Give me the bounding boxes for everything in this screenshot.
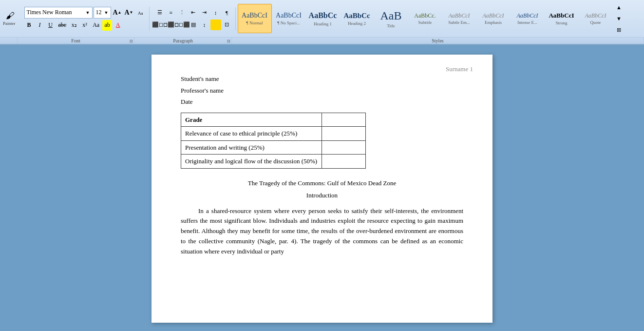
document-subtitle: Introduction: [181, 191, 463, 200]
highlight-btn[interactable]: ab: [102, 20, 112, 31]
section-painter: [0, 38, 18, 44]
grade-row-3-score: [322, 155, 366, 169]
style-item-quote[interactable]: AaBbCcIQuote: [579, 4, 613, 33]
grade-row-1-score: [322, 127, 366, 141]
font-family-selector[interactable]: Times New Roman ▼: [24, 7, 93, 19]
style-item-subtle-em[interactable]: AaBbCcISubtle Em...: [442, 4, 476, 33]
sort-btn[interactable]: ↕: [210, 7, 221, 18]
increase-indent-btn[interactable]: ⇥: [199, 7, 210, 18]
style-item-strong[interactable]: AaBbCcIStrong: [545, 4, 579, 33]
change-case-btn[interactable]: Aa: [91, 20, 101, 31]
professor-name-line: Professor's name: [181, 86, 463, 96]
document-page[interactable]: Surname 1 Student's name Professor's nam…: [152, 55, 492, 323]
document-body: In a shared-resource system where every …: [181, 206, 463, 257]
align-right-btn[interactable]: ◻◻⬛: [177, 19, 188, 30]
section-bar: Font ⊡ Paragraph ⊡ Styles: [0, 38, 644, 44]
grade-table: Grade Relevance of case to ethical princ…: [181, 113, 366, 169]
decrease-indent-btn[interactable]: ⇤: [188, 7, 199, 18]
multilevel-list-btn[interactable]: ⋮: [177, 7, 188, 18]
style-item-no-spacing[interactable]: AaBbCcI¶ No Spaci...: [272, 4, 306, 33]
grade-row-2-score: [322, 140, 366, 155]
document-title: The Tragedy of the Commons: Gulf of Mexi…: [181, 178, 463, 188]
style-item-title[interactable]: AaBTitle: [374, 4, 408, 33]
section-styles-label[interactable]: Styles: [232, 38, 644, 44]
bullet-list-btn[interactable]: ☰: [154, 7, 165, 18]
style-item-intense-e[interactable]: AaBbCcIIntense E...: [511, 4, 545, 33]
svg-text:Aa: Aa: [138, 11, 143, 16]
clear-format-btn[interactable]: Aa: [135, 7, 146, 18]
ribbon: 🖌 Painter Times New Roman ▼ 12 ▼ A▲ A▼: [0, 0, 644, 45]
subscript-btn[interactable]: x₂: [69, 20, 79, 31]
paragraph-group: ☰ ≡ ⋮ ⇤ ⇥ ↕ ¶ ⬛◻◻ ◻⬛◻ ◻◻⬛ ▤ ↕ ⊡: [152, 7, 236, 30]
style-item-subtitle[interactable]: AaBbCc.Subtitle: [408, 4, 442, 33]
line-spacing-btn[interactable]: ↕: [199, 19, 210, 30]
painter-tool[interactable]: 🖌 Painter: [3, 11, 18, 27]
font-color-btn[interactable]: A: [113, 20, 123, 31]
style-item-heading1[interactable]: AaBbCcHeading 1: [306, 4, 340, 33]
underline-btn[interactable]: U: [46, 20, 56, 31]
student-name-line: Student's name: [181, 74, 463, 84]
styles-more-btn[interactable]: ⊞: [614, 24, 625, 35]
strikethrough-btn[interactable]: abc: [57, 20, 69, 31]
styles-panel: AaBbCcI¶ NormalAaBbCcI¶ No Spaci...AaBbC…: [238, 2, 642, 35]
grade-score-header-cell: [322, 113, 366, 127]
font-size-decrease-btn[interactable]: A▼: [124, 7, 134, 18]
font-group: Times New Roman ▼ 12 ▼ A▲ A▼ Aa B I: [21, 7, 150, 31]
page-header-number: Surname 1: [446, 64, 473, 74]
show-marks-btn[interactable]: ¶: [222, 7, 232, 18]
numbered-list-btn[interactable]: ≡: [166, 7, 176, 18]
document-area: Surname 1 Student's name Professor's nam…: [0, 45, 644, 331]
shading-btn[interactable]: [210, 19, 221, 30]
style-item-emphasis[interactable]: AaBbCcIEmphasis: [476, 4, 511, 33]
font-size-selector[interactable]: 12 ▼: [94, 7, 111, 19]
grade-row-1-label: Relevance of case to ethical principle (…: [181, 127, 322, 141]
borders-btn[interactable]: ⊡: [222, 19, 232, 30]
grade-header-cell: Grade: [181, 113, 322, 127]
section-font-label[interactable]: Font ⊡: [18, 38, 134, 44]
grade-row-3-label: Originality and logical flow of the disc…: [181, 155, 322, 169]
bold-btn[interactable]: B: [24, 20, 34, 31]
styles-scroll-up-btn[interactable]: ▲: [614, 2, 625, 13]
table-row: Originality and logical flow of the disc…: [181, 155, 366, 169]
styles-scroll-down-btn[interactable]: ▼: [614, 13, 625, 24]
table-row: Presentation and writing (25%): [181, 140, 366, 155]
date-line: Date: [181, 97, 463, 107]
style-item-normal[interactable]: AaBbCcI¶ Normal: [238, 4, 272, 33]
table-row: Grade: [181, 113, 366, 127]
font-size-increase-btn[interactable]: A▲: [112, 7, 123, 18]
italic-btn[interactable]: I: [35, 20, 45, 31]
table-row: Relevance of case to ethical principle (…: [181, 127, 366, 141]
section-paragraph-label[interactable]: Paragraph ⊡: [134, 38, 232, 44]
justify-btn[interactable]: ▤: [188, 19, 199, 30]
superscript-btn[interactable]: x²: [80, 20, 90, 31]
grade-row-2-label: Presentation and writing (25%): [181, 140, 322, 155]
style-item-heading2[interactable]: AaBbCcHeading 2: [340, 4, 374, 33]
